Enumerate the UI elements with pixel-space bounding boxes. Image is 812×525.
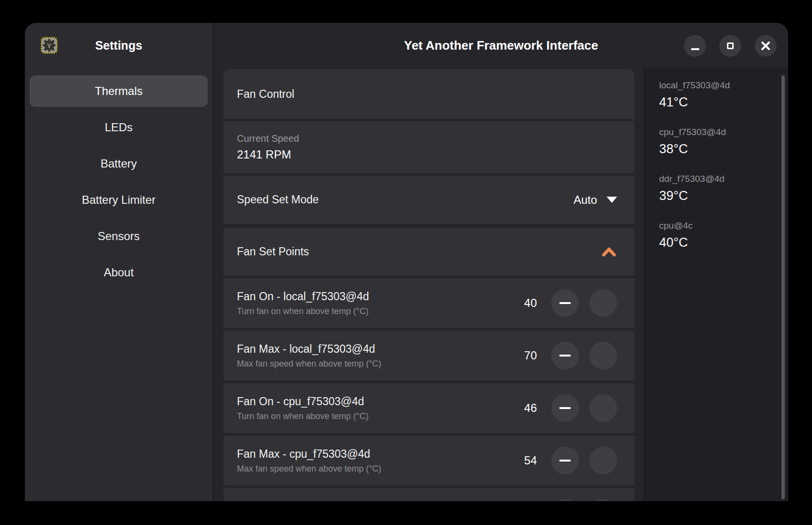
minus-icon [559,460,571,462]
sidebar-item-leds[interactable]: LEDs [30,112,208,143]
decrement-button[interactable] [551,289,579,317]
set-point-subtitle: Turn fan on when above temp (°C) [237,411,369,421]
sidebar-item-sensors[interactable]: Sensors [30,220,208,252]
sidebar-header: Y Settings [25,23,213,68]
set-point-value: 70 [506,349,537,362]
sensor-item: cpu_f75303@4d 38°C [659,127,788,157]
main-area: Yet Another Framework Interface Fan Cont… [214,23,788,501]
decrement-button[interactable] [551,394,579,422]
sidebar: Y Settings Thermals LEDs Battery Battery… [25,23,214,501]
set-point-stepper [551,342,617,369]
set-point-row: Fan On - cpu_f75303@4d Turn fan on when … [224,383,634,433]
sensor-name: cpu_f75303@4d [659,127,788,137]
set-point-title: Fan On - ddr_f75303@4d [237,500,369,502]
set-point-stepper [551,447,617,474]
sensor-item: cpu@4c 40°C [659,220,788,250]
fan-control-card: Fan Control Current Speed 2141 RPM Speed… [224,69,634,501]
sensor-value: 41°C [659,95,788,110]
set-point-text: Fan On - ddr_f75303@4d Turn fan on when … [237,500,369,502]
sidebar-nav: Thermals LEDs Battery Battery Limiter Se… [25,68,213,288]
set-point-stepper [551,289,617,317]
speed-mode-selected-value: Auto [574,193,597,207]
increment-button[interactable] [589,394,617,422]
close-button[interactable] [755,35,777,57]
minus-icon [559,355,571,357]
set-point-row-partial: Fan On - ddr_f75303@4d Turn fan on when … [224,488,634,501]
app-gear-icon: Y [41,37,58,54]
sensor-item: ddr_f75303@4d 39°C [659,174,788,203]
sidebar-item-thermals[interactable]: Thermals [30,75,208,107]
minus-icon [559,302,571,304]
window-controls [684,35,777,57]
set-point-title: Fan On - cpu_f75303@4d [237,395,369,408]
set-point-row: Fan Max - local_f75303@4d Max fan speed … [224,331,634,380]
fan-set-points-label: Fan Set Points [237,245,309,258]
set-point-title: Fan Max - local_f75303@4d [237,343,381,356]
set-point-stepper [551,394,617,422]
chevron-down-icon [607,197,617,203]
minus-icon [559,407,571,410]
fan-control-title: Fan Control [237,88,294,101]
current-speed-row: Current Speed 2141 RPM [224,121,634,173]
sidebar-item-battery-limiter[interactable]: Battery Limiter [30,184,208,216]
current-speed-value: 2141 RPM [237,148,291,161]
sensor-panel: local_f75303@4d 41°C cpu_f75303@4d 38°C … [644,68,788,501]
svg-text:Y: Y [47,42,52,50]
decrement-button[interactable] [551,447,579,474]
sensor-value: 39°C [659,189,788,203]
set-point-value: 54 [506,454,537,467]
decrement-button[interactable] [551,342,579,369]
set-point-text: Fan On - cpu_f75303@4d Turn fan on when … [237,395,369,421]
increment-button[interactable] [589,289,617,317]
speed-set-mode-label: Speed Set Mode [237,193,319,206]
decrement-button[interactable] [551,499,579,501]
set-point-row: Fan On - local_f75303@4d Turn fan on whe… [224,278,634,328]
speed-set-mode-row[interactable]: Speed Set Mode Auto [224,176,634,224]
set-point-value: 40 [506,296,537,310]
set-point-stepper [551,499,617,501]
set-point-subtitle: Max fan speed when above temp (°C) [237,359,381,369]
sidebar-item-battery[interactable]: Battery [30,148,208,179]
minimize-button[interactable] [684,35,706,57]
sensor-name: cpu@4c [659,220,788,231]
app-window: Y Settings Thermals LEDs Battery Battery… [25,23,788,501]
vertical-scrollbar[interactable] [781,75,785,499]
chevron-up-icon [601,247,617,257]
sensor-item: local_f75303@4d 41°C [659,80,788,110]
settings-title: Settings [95,39,142,52]
fan-control-header-row: Fan Control [224,69,634,119]
speed-mode-dropdown[interactable]: Auto [574,193,617,207]
minimize-icon [691,48,699,50]
sensor-name: ddr_f75303@4d [659,174,788,184]
window-title: Yet Another Framework Interface [404,38,598,53]
sensor-value: 40°C [659,235,788,250]
close-icon [760,41,771,51]
set-point-text: Fan On - local_f75303@4d Turn fan on whe… [237,290,369,316]
set-point-value: 46 [506,401,537,415]
set-point-text: Fan Max - cpu_f75303@4d Max fan speed wh… [237,448,381,474]
set-point-subtitle: Max fan speed when above temp (°C) [237,464,381,474]
maximize-button[interactable] [719,35,741,57]
increment-button[interactable] [589,499,617,501]
set-point-title: Fan Max - cpu_f75303@4d [237,448,381,461]
sensor-value: 38°C [659,142,788,157]
set-point-text: Fan Max - local_f75303@4d Max fan speed … [237,343,381,369]
set-point-subtitle: Turn fan on when above temp (°C) [237,306,369,316]
sensor-name: local_f75303@4d [659,80,788,91]
current-speed-label: Current Speed [237,133,299,144]
maximize-icon [727,42,734,49]
set-point-row: Fan Max - cpu_f75303@4d Max fan speed wh… [224,436,634,485]
sidebar-item-about[interactable]: About [30,257,208,288]
set-point-title: Fan On - local_f75303@4d [237,290,369,303]
increment-button[interactable] [589,447,617,474]
increment-button[interactable] [589,342,617,369]
fan-set-points-row[interactable]: Fan Set Points [224,228,634,275]
